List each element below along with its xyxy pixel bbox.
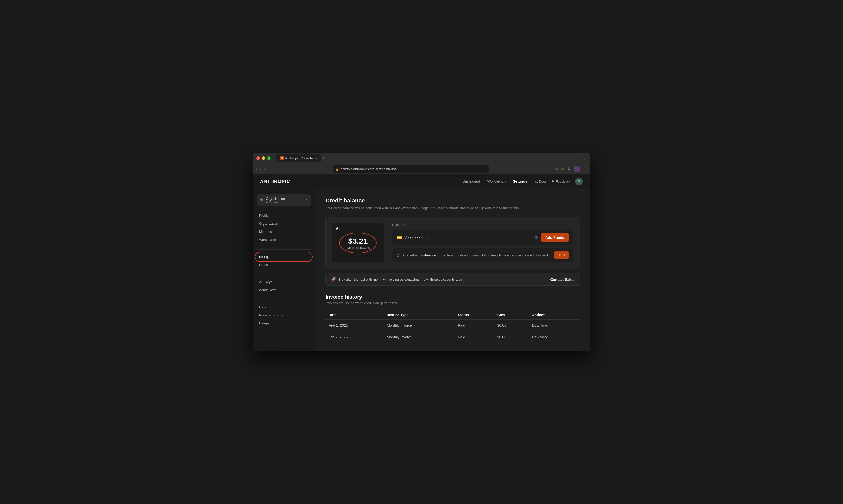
sidebar-item-api-keys[interactable]: API keys: [253, 278, 315, 286]
active-tab[interactable]: A\ Anthropic Console ×: [276, 155, 321, 162]
add-funds-button[interactable]: Add Funds: [541, 233, 569, 241]
title-bar: A\ Anthropic Console × + ⌄: [253, 152, 590, 164]
browser-actions: ☆ ⧉ ⬇ ⋮: [555, 166, 587, 172]
col-cost: Cost: [494, 310, 529, 320]
sidebar: 🏛 Organization AI Simulator ↗ Profile Or…: [253, 189, 315, 352]
invoice-table-header-row: Date Invoice Type Status Cost Actions: [325, 310, 580, 320]
col-status: Status: [455, 310, 494, 320]
credit-panel: A\ $3.21 Remaining Balance Charged to 💳 …: [325, 217, 580, 269]
feedback-button[interactable]: ⚑ Feedback: [551, 180, 571, 183]
sidebar-item-organization[interactable]: Organization: [253, 219, 315, 228]
invoice-history-desc: Invoices are issued when credits are pur…: [325, 301, 580, 305]
sidebar-misc-section: Logs Privacy controls Usage: [253, 303, 315, 331]
invoice-table-body: Feb 1, 2025 Monthly invoice Paid $0.00 D…: [325, 320, 580, 343]
sidebar-item-members[interactable]: Members: [253, 228, 315, 236]
lock-icon: 🔒: [336, 167, 339, 171]
refresh-button[interactable]: ↺: [264, 167, 267, 171]
sidebar-account-section: Profile Organization Members Workspaces: [253, 212, 315, 248]
browser-bar: ‹ › ↺ 🔒 console.anthropic.com/settings/b…: [253, 164, 590, 175]
invoice-status: Paid: [455, 320, 494, 331]
card-refresh-icon[interactable]: ⟳: [535, 235, 538, 239]
table-row: Feb 1, 2025 Monthly invoice Paid $0.00 D…: [325, 320, 580, 331]
mac-window: A\ Anthropic Console × + ⌄ ‹ › ↺ 🔒 conso…: [253, 152, 590, 352]
sidebar-item-workspaces[interactable]: Workspaces: [253, 236, 315, 244]
tab-close-icon[interactable]: ×: [315, 157, 317, 160]
nav-settings[interactable]: Settings: [513, 179, 527, 183]
docs-icon: □: [535, 180, 538, 183]
balance-amount-wrapper: $3.21 Remaining Balance: [339, 233, 376, 253]
sidebar-item-admin-keys[interactable]: Admin keys: [253, 286, 315, 294]
back-button[interactable]: ‹: [256, 167, 257, 171]
tab-favicon: A\: [280, 156, 284, 160]
tab-title: Anthropic Console: [285, 156, 313, 160]
col-date: Date: [325, 310, 383, 320]
invoice-type: Monthly invoice: [383, 331, 455, 343]
maximize-button[interactable]: [267, 157, 271, 160]
charged-to-label: Charged to: [392, 223, 573, 227]
invoice-type: Monthly invoice: [383, 320, 455, 331]
invoice-date: Feb 1, 2025: [325, 320, 383, 331]
tab-expand-icon[interactable]: ⌄: [583, 156, 587, 161]
app-header: ANTHROPIC Dashboard Workbench Settings □…: [253, 175, 590, 189]
sidebar-item-usage[interactable]: Usage: [253, 319, 315, 327]
invoice-history-title: Invoice history: [325, 294, 580, 300]
balance-amount: $3.21: [348, 237, 367, 246]
billing-item-wrapper: Billing: [257, 253, 311, 261]
org-name: Organization: [266, 197, 303, 201]
nav-workbench[interactable]: Workbench: [487, 179, 506, 183]
url-text: console.anthropic.com/settings/billing: [341, 167, 397, 171]
autoreload-status: disabled: [424, 253, 437, 257]
app: ANTHROPIC Dashboard Workbench Settings □…: [253, 175, 590, 352]
download-button[interactable]: Download: [529, 331, 580, 343]
org-info: Organization AI Simulator: [266, 197, 303, 204]
org-arrow-icon: ↗: [305, 198, 308, 202]
main-nav: Dashboard Workbench Settings: [462, 179, 527, 183]
credit-card-icon: 💳: [397, 235, 402, 240]
balance-label: Remaining Balance: [345, 246, 370, 249]
charge-info: Charged to 💳 Visa • • • • 6884 ⟳ Add Fun…: [392, 223, 573, 263]
invoice-cost: $0.00: [494, 320, 529, 331]
address-bar[interactable]: 🔒 console.anthropic.com/settings/billing: [333, 165, 489, 173]
docs-button[interactable]: □ Docs: [535, 180, 546, 183]
main-content: 🏛 Organization AI Simulator ↗ Profile Or…: [253, 189, 590, 352]
feedback-icon: ⚑: [551, 180, 554, 183]
sidebar-item-logs[interactable]: Logs: [253, 303, 315, 311]
card-number: Visa • • • • 6884: [405, 235, 532, 239]
new-tab-button[interactable]: +: [322, 156, 325, 160]
org-sub: AI Simulator: [266, 201, 303, 204]
sidebar-item-profile[interactable]: Profile: [253, 212, 315, 219]
autoreload-text-post: . Enable auto reload to avoid API interr…: [437, 253, 549, 257]
download-icon[interactable]: ⬇: [567, 167, 571, 171]
sidebar-item-privacy-controls[interactable]: Privacy controls: [253, 311, 315, 319]
invoice-date: Jan 2, 2025: [325, 331, 383, 343]
menu-icon[interactable]: ⋮: [583, 167, 587, 171]
nav-dashboard[interactable]: Dashboard: [462, 179, 480, 183]
sidebar-divider-2: [257, 274, 311, 275]
extension-icon[interactable]: ⧉: [561, 167, 564, 171]
table-row: Jan 2, 2025 Monthly invoice Paid $0.00 D…: [325, 331, 580, 343]
invoice-status: Paid: [455, 331, 494, 343]
invoice-notice-text: Pay after-the-fact with monthly invoicin…: [339, 277, 547, 281]
sidebar-divider-1: [257, 249, 311, 250]
invoice-history-section: Invoice history Invoices are issued when…: [325, 294, 580, 343]
credit-balance-desc: Your credit balance will be consumed wit…: [325, 205, 580, 211]
close-button[interactable]: [256, 157, 260, 160]
invoice-table-head: Date Invoice Type Status Cost Actions: [325, 310, 580, 320]
sidebar-item-limits[interactable]: Limits: [253, 261, 315, 269]
balance-card-logo: A\: [336, 227, 340, 231]
download-button[interactable]: Download: [529, 320, 580, 331]
star-icon[interactable]: ☆: [555, 167, 558, 171]
feedback-label: Feedback: [556, 180, 571, 183]
org-card[interactable]: 🏛 Organization AI Simulator ↗: [257, 194, 311, 206]
autoreload-status-icon: ⊗: [397, 253, 400, 257]
autoreload-row: ⊗ Auto reload is disabled. Enable auto r…: [392, 248, 573, 263]
profile-icon[interactable]: [574, 166, 580, 172]
minimize-button[interactable]: [262, 157, 265, 160]
payment-method-row: 💳 Visa • • • • 6884 ⟳ Add Funds: [392, 230, 573, 245]
sidebar-item-billing[interactable]: Billing: [257, 253, 311, 261]
forward-button[interactable]: ›: [260, 167, 261, 171]
contact-sales-button[interactable]: Contact Sales: [550, 277, 574, 282]
user-avatar[interactable]: ZL: [575, 178, 583, 185]
edit-autoreload-button[interactable]: Edit: [554, 251, 569, 259]
sidebar-dev-section: API keys Admin keys: [253, 278, 315, 298]
